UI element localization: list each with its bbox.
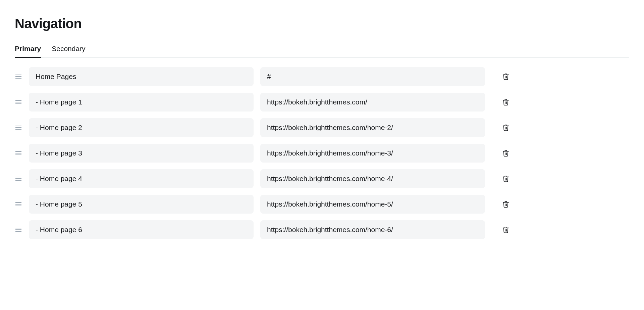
drag-handle-icon[interactable] [15, 75, 22, 79]
tab-secondary[interactable]: Secondary [52, 45, 85, 57]
trash-icon [502, 201, 509, 208]
nav-label-input[interactable] [29, 220, 254, 239]
delete-button[interactable] [500, 73, 512, 80]
trash-icon [502, 226, 509, 233]
drag-handle-icon[interactable] [15, 126, 22, 130]
nav-row [15, 169, 629, 188]
delete-button[interactable] [500, 98, 512, 106]
tabs: Primary Secondary [15, 45, 629, 58]
nav-label-input[interactable] [29, 67, 254, 86]
nav-url-input[interactable] [260, 169, 485, 188]
nav-url-input[interactable] [260, 220, 485, 239]
nav-url-input[interactable] [260, 144, 485, 163]
delete-button[interactable] [500, 226, 512, 233]
nav-url-input[interactable] [260, 118, 485, 137]
nav-row [15, 195, 629, 214]
drag-handle-icon[interactable] [15, 100, 22, 104]
delete-button[interactable] [500, 201, 512, 208]
nav-url-input[interactable] [260, 93, 485, 112]
nav-url-input[interactable] [260, 67, 485, 86]
delete-button[interactable] [500, 175, 512, 182]
drag-handle-icon[interactable] [15, 228, 22, 232]
nav-url-input[interactable] [260, 195, 485, 214]
nav-row [15, 67, 629, 86]
nav-label-input[interactable] [29, 195, 254, 214]
nav-row [15, 144, 629, 163]
drag-handle-icon[interactable] [15, 202, 22, 206]
trash-icon [502, 149, 509, 157]
drag-handle-icon[interactable] [15, 151, 22, 155]
trash-icon [502, 73, 509, 80]
tab-primary[interactable]: Primary [15, 45, 41, 57]
trash-icon [502, 124, 509, 131]
trash-icon [502, 175, 509, 182]
nav-row [15, 118, 629, 137]
page-title: Navigation [15, 16, 629, 31]
nav-row [15, 93, 629, 112]
nav-list [15, 67, 629, 239]
delete-button[interactable] [500, 149, 512, 157]
nav-label-input[interactable] [29, 169, 254, 188]
trash-icon [502, 98, 509, 106]
nav-label-input[interactable] [29, 93, 254, 112]
nav-label-input[interactable] [29, 144, 254, 163]
delete-button[interactable] [500, 124, 512, 131]
nav-label-input[interactable] [29, 118, 254, 137]
nav-row [15, 220, 629, 239]
drag-handle-icon[interactable] [15, 177, 22, 181]
